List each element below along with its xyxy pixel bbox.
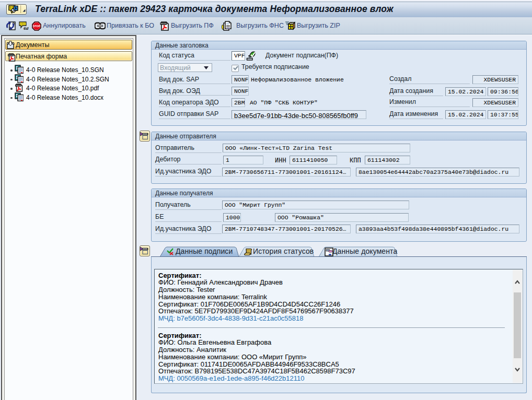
svg-text:6d: 6d — [24, 26, 29, 31]
svg-text:STOP: STOP — [33, 25, 40, 28]
